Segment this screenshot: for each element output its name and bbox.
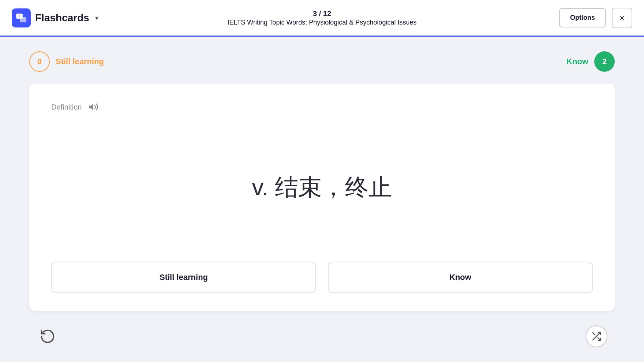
back-button[interactable] [37,325,59,347]
header-left: Flashcards ▾ [12,8,98,27]
header: Flashcards ▾ 3 / 12 IELTS Writing Topic … [0,0,644,37]
still-learning-label: Still learning [56,57,104,66]
main-content: 0 Still learning Know 2 Definition v. 结束… [0,37,644,362]
audio-icon[interactable] [87,101,99,113]
know-badge: 2 [594,51,615,72]
progress-row: 0 Still learning Know 2 [29,51,615,72]
app-logo [12,8,31,27]
know-label: Know [566,57,588,66]
card-label: Definition [51,103,82,111]
svg-rect-1 [20,17,26,22]
card-content: v. 结束，终止 [51,125,593,250]
deck-title: IELTS Writing Topic Words: Physiological… [228,19,417,26]
flashcard: Definition v. 结束，终止 Still learning Know [29,84,615,311]
still-learning-button[interactable]: Still learning [51,262,316,293]
shuffle-button[interactable] [585,325,607,347]
card-actions: Still learning Know [51,262,593,293]
card-counter: 3 / 12 [228,10,417,18]
options-button[interactable]: Options [559,8,606,27]
app-title: Flashcards [35,12,89,24]
header-center: 3 / 12 IELTS Writing Topic Words: Physio… [228,10,417,26]
header-right: Options × [559,8,632,28]
still-learning-badge: 0 [29,51,50,72]
still-learning-section: 0 Still learning [29,51,104,72]
bottom-bar [29,325,615,347]
know-button[interactable]: Know [328,262,593,293]
card-definition: v. 结束，终止 [252,171,392,203]
dropdown-arrow-icon[interactable]: ▾ [95,14,98,22]
close-button[interactable]: × [612,8,632,28]
know-section: Know 2 [566,51,615,72]
card-label-row: Definition [51,101,593,113]
